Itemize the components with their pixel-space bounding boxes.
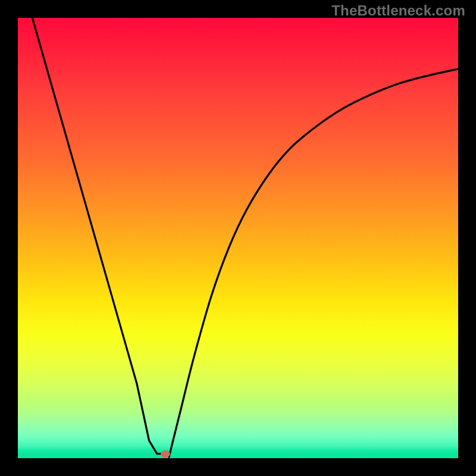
plot-area [18,18,458,458]
chart-frame: TheBottleneck.com [0,0,476,476]
bottleneck-curve [32,18,458,457]
curve-svg [18,18,458,458]
watermark-text: TheBottleneck.com [331,2,465,19]
minimum-marker [161,450,170,458]
